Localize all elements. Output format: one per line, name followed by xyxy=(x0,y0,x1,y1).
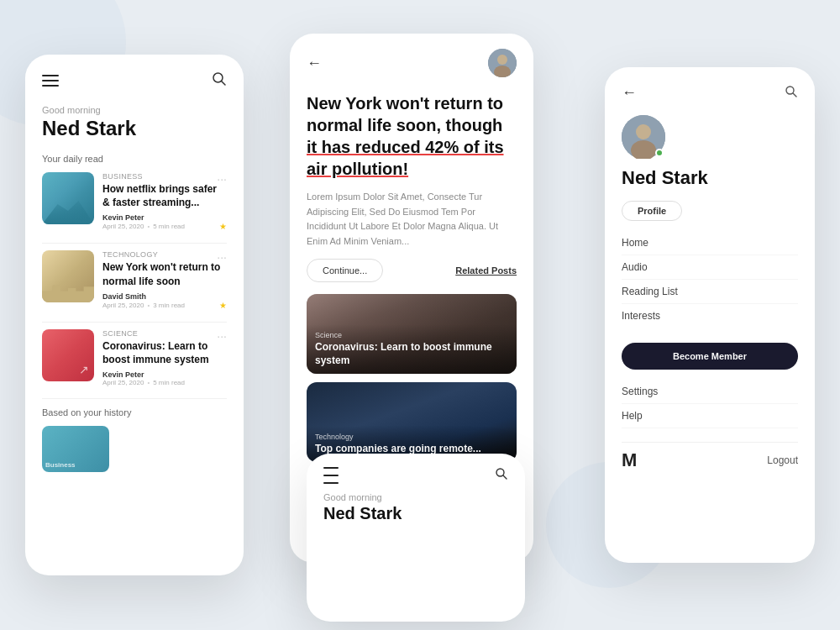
greeting-text: Good morning xyxy=(42,105,227,115)
svg-point-3 xyxy=(497,55,507,65)
article-meta: Kevin Peter xyxy=(102,213,227,222)
search-button[interactable] xyxy=(785,85,798,102)
history-thumbnails: Business xyxy=(42,426,227,472)
related-article-card[interactable]: Science Coronavirus: Learn to boost immu… xyxy=(307,294,517,374)
related-category: Science xyxy=(315,331,508,339)
star-icon[interactable]: ★ xyxy=(219,222,227,231)
history-section: Based on your history Business xyxy=(42,407,227,472)
article-info: Business How netflix brings safer & fast… xyxy=(102,172,227,231)
search-button[interactable] xyxy=(495,467,508,484)
continue-button[interactable]: Continue... xyxy=(307,259,383,282)
article-read-time: 5 min read xyxy=(153,223,185,230)
article-date: April 25, 2020 xyxy=(102,302,144,309)
more-options-icon[interactable]: ··· xyxy=(217,250,227,264)
article-author: Kevin Peter xyxy=(102,213,144,222)
article-thumbnail xyxy=(42,329,94,381)
article-thumbnail xyxy=(42,250,94,302)
user-name-heading: Ned Stark xyxy=(42,117,227,140)
profile-name: Ned Stark xyxy=(622,167,798,189)
more-options-icon[interactable]: ··· xyxy=(217,172,227,186)
nav-item-interests[interactable]: Interests xyxy=(622,304,798,328)
article-title: How netflix brings safer & faster stream… xyxy=(102,182,227,209)
nav-item-reading-list[interactable]: Reading List xyxy=(622,280,798,304)
back-button[interactable]: ← xyxy=(307,55,322,72)
more-options-icon[interactable]: ··· xyxy=(217,329,227,343)
svg-point-8 xyxy=(636,124,651,139)
user-avatar xyxy=(488,49,517,77)
feed-top-bar xyxy=(42,71,227,90)
history-card[interactable]: Business xyxy=(42,426,109,472)
nav-menu: Home Audio Reading List Interests xyxy=(622,231,798,328)
profile-avatar-container xyxy=(622,115,665,159)
article-info: Technology New York won't return to norm… xyxy=(102,250,227,309)
article-top-bar: ← xyxy=(307,49,517,77)
divider xyxy=(42,243,227,244)
profile-footer: M Logout xyxy=(622,442,798,471)
hamburger-menu-icon[interactable] xyxy=(323,467,339,484)
phone-profile: ← Ned Stark Profile Home Audio Reading L… xyxy=(605,67,815,563)
article-card[interactable]: Business How netflix brings safer & fast… xyxy=(42,172,227,231)
related-posts-link[interactable]: Related Posts xyxy=(455,265,517,276)
phone-feed: Good morning Ned Stark Your daily read B… xyxy=(25,55,244,575)
svg-line-6 xyxy=(793,93,796,97)
article-meta: Kevin Peter xyxy=(102,370,227,379)
divider xyxy=(42,322,227,323)
divider xyxy=(42,398,227,399)
highlighted-text: it has reduced 42% of its air pollution! xyxy=(307,138,504,178)
article-title: New York won't return to normal life soo… xyxy=(102,260,227,287)
article-headline: New York won't return to normal life soo… xyxy=(307,92,517,180)
phone-feed-bottom: Good morning Ned Stark xyxy=(307,454,525,622)
related-article-card[interactable]: Technology Top companies are going remot… xyxy=(307,382,517,462)
online-status-dot xyxy=(655,149,664,157)
article-body: Lorem Ipsum Dolor Sit Amet, Consecte Tur… xyxy=(307,190,517,249)
article-actions: Continue... Related Posts xyxy=(307,259,517,282)
profile-top-bar: ← xyxy=(622,84,798,102)
related-category: Technology xyxy=(315,433,508,441)
article-date-row: April 25, 2020 • 5 min read ★ xyxy=(102,222,227,231)
article-read-time: 5 min read xyxy=(153,379,185,386)
nav-item-settings[interactable]: Settings xyxy=(622,380,798,404)
history-category: Business xyxy=(45,461,76,469)
related-title: Coronavirus: Learn to boost immune syste… xyxy=(315,341,508,367)
search-button[interactable] xyxy=(212,71,227,90)
article-category: Technology xyxy=(102,250,227,259)
medium-logo: M xyxy=(622,449,637,471)
hamburger-menu-icon[interactable] xyxy=(42,75,59,87)
article-info: Science Coronavirus: Learn to boost immu… xyxy=(102,329,227,386)
article-date-row: April 25, 2020 • 3 min read ★ xyxy=(102,301,227,310)
daily-read-label: Your daily read xyxy=(42,154,227,164)
svg-line-1 xyxy=(222,81,226,86)
article-category: Business xyxy=(102,172,227,181)
profile-tab-button[interactable]: Profile xyxy=(622,201,682,221)
nav-item-audio[interactable]: Audio xyxy=(622,255,798,280)
logout-button[interactable]: Logout xyxy=(767,454,798,466)
star-icon[interactable]: ★ xyxy=(219,301,227,310)
nav-item-help[interactable]: Help xyxy=(622,404,798,428)
article-card[interactable]: Technology New York won't return to norm… xyxy=(42,250,227,309)
back-button[interactable]: ← xyxy=(622,84,637,102)
article-card[interactable]: Science Coronavirus: Learn to boost immu… xyxy=(42,329,227,386)
article-category: Science xyxy=(102,329,227,338)
become-member-button[interactable]: Become Member xyxy=(622,343,798,370)
feed-bottom-top-bar xyxy=(323,467,508,484)
history-label: Based on your history xyxy=(42,407,227,417)
article-date: April 25, 2020 xyxy=(102,223,144,230)
article-meta: David Smith xyxy=(102,292,227,301)
article-author: David Smith xyxy=(102,292,146,301)
article-date: April 25, 2020 xyxy=(102,379,144,386)
greeting-text: Good morning xyxy=(323,492,508,502)
user-name-heading: Ned Stark xyxy=(323,504,508,523)
svg-line-11 xyxy=(503,475,507,479)
article-author: Kevin Peter xyxy=(102,370,144,379)
article-thumbnail xyxy=(42,172,94,224)
article-title: Coronavirus: Learn to boost immune syste… xyxy=(102,339,227,366)
related-overlay: Science Coronavirus: Learn to boost immu… xyxy=(307,324,517,374)
article-date-row: April 25, 2020 • 5 min read xyxy=(102,379,227,386)
nav-item-home[interactable]: Home xyxy=(622,231,798,255)
article-read-time: 3 min read xyxy=(153,302,185,309)
